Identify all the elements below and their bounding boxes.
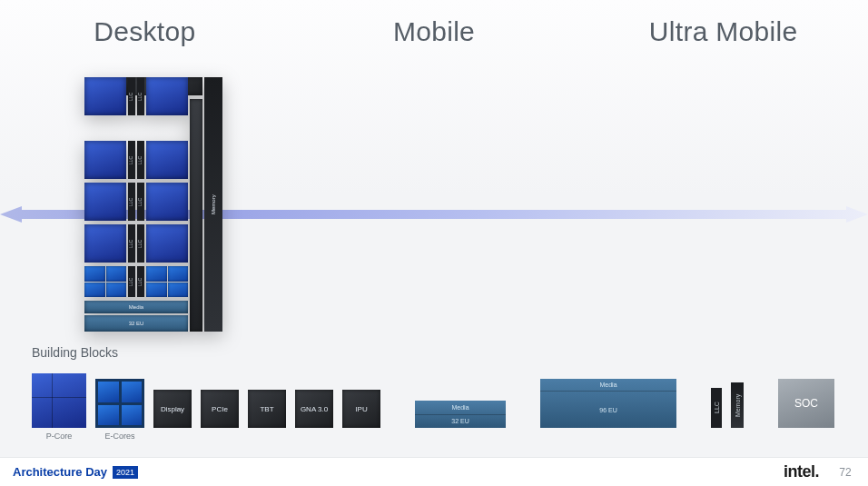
bb-memory: Memory: [731, 382, 744, 441]
bb-ipu: IPU: [342, 390, 380, 441]
bb-llc: LLC: [711, 388, 722, 441]
media96-block: Media 96 EU: [540, 379, 676, 428]
die-pcore: [84, 224, 126, 263]
die-llc: LLC: [137, 141, 144, 179]
die-memory: Memory: [204, 77, 222, 332]
footer-left: Architecture Day 2021: [13, 465, 138, 479]
footer: Architecture Day 2021 intel. 72: [0, 457, 868, 486]
die-llc: LLC: [137, 224, 144, 263]
memory-block: Memory: [731, 382, 744, 428]
ipu-block: IPU: [342, 390, 380, 428]
bb-tbt: TBT: [248, 390, 286, 441]
slide: Desktop Mobile Ultra Mobile Display GNA …: [0, 0, 868, 486]
die-llc: LLC: [128, 77, 135, 115]
page-number: 72: [835, 466, 855, 479]
bb-pcore: P-Core: [32, 373, 86, 441]
ecore-block: [95, 379, 144, 428]
bb-label: P-Core: [46, 431, 73, 441]
die-pcore: [84, 183, 126, 221]
event-year: 2021: [113, 466, 138, 479]
die-pcore: [84, 141, 126, 179]
die-pcore: [146, 141, 188, 179]
desktop-die: Display GNA 3.0 PCIe Memory LLC LLC LLC …: [84, 77, 222, 332]
die-media: Media: [84, 301, 188, 313]
eu32-row: 32 EU: [415, 415, 506, 429]
category-ultramobile: Ultra Mobile: [578, 0, 868, 55]
die-pcore: [146, 224, 188, 263]
die-llc: LLC: [137, 77, 144, 115]
display-block: Display: [153, 390, 192, 428]
die-ecore-cluster: [84, 266, 126, 297]
llc-block: LLC: [711, 388, 722, 428]
die-ecore-cluster: [146, 266, 188, 297]
die-llc: LLC: [128, 224, 135, 263]
category-desktop: Desktop: [0, 0, 290, 55]
media-row: Media: [540, 379, 676, 392]
eu96-row: 96 EU: [540, 392, 676, 428]
intel-logo: intel.: [784, 462, 819, 481]
event-name: Architecture Day: [13, 465, 107, 479]
gna-block: GNA 3.0: [295, 390, 333, 428]
media-row: Media: [415, 401, 506, 415]
bb-media32: Media 32 EU: [415, 401, 506, 441]
die-pcore: [146, 77, 188, 115]
pcore-block: [32, 373, 86, 428]
die-pcore: [84, 77, 126, 115]
bb-gna: GNA 3.0: [295, 390, 333, 441]
media32-block: Media 32 EU: [415, 401, 506, 428]
bb-label: E-Cores: [104, 431, 134, 441]
building-blocks-row: P-Core E-Cores Display PCIe TBT GNA 3.0 …: [32, 368, 854, 441]
die-pcore: [146, 183, 188, 221]
die-32eu: 32 EU: [84, 315, 188, 332]
bb-ecores: E-Cores: [95, 379, 144, 441]
die-llc: LLC: [128, 266, 135, 297]
tbt-block: TBT: [248, 390, 286, 428]
die-llc: LLC: [128, 183, 135, 221]
die-interconnect: [190, 99, 202, 332]
die-llc: LLC: [137, 183, 144, 221]
bb-pcie: PCIe: [201, 390, 239, 441]
building-blocks-title: Building Blocks: [32, 345, 118, 360]
pcie-block: PCIe: [201, 390, 239, 428]
category-mobile: Mobile: [290, 0, 579, 55]
die-llc: LLC: [128, 141, 135, 179]
bb-display: Display: [153, 390, 192, 441]
die-llc: LLC: [137, 266, 144, 297]
category-row: Desktop Mobile Ultra Mobile: [0, 0, 868, 55]
bb-soc: SOC: [778, 379, 834, 441]
soc-block: SOC: [778, 379, 834, 428]
bb-media96: Media 96 EU: [540, 379, 676, 441]
